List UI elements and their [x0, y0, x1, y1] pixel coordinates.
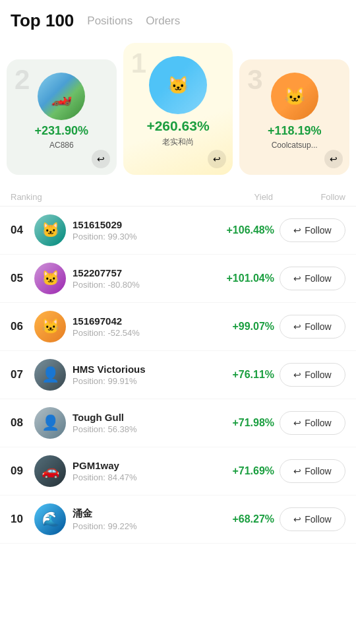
row-name: Tough Gull — [73, 412, 208, 423]
row-rank: 05 — [11, 272, 34, 285]
rank3-avatar-img: 🐱 — [271, 73, 318, 120]
row-position: Position: 99.22% — [73, 521, 208, 531]
row-rank: 08 — [11, 416, 34, 430]
rank1-name: 老实和尚 — [162, 137, 194, 148]
rank2-yield: +231.90% — [35, 124, 89, 138]
row-info: 151697042 Position: -52.54% — [73, 315, 208, 338]
rank1-avatar-img: 🐱 — [149, 56, 207, 114]
row-position: Position: 56.38% — [73, 424, 208, 434]
row-avatar: 🚗 — [34, 455, 66, 487]
row-info: PGM1way Position: 84.47% — [73, 460, 208, 482]
rank1-link-btn[interactable]: ↩ — [208, 150, 226, 168]
follow-button[interactable]: ↩ Follow — [280, 218, 345, 242]
trader-list: 04 🐱 151615029 Position: 99.30% +106.48%… — [0, 207, 356, 544]
row-name: 涌金 — [73, 507, 208, 520]
follow-icon: ↩ — [293, 466, 301, 476]
header: Top 100 Positions Orders — [0, 0, 356, 36]
follow-icon: ↩ — [293, 418, 301, 428]
row-name: 151615029 — [73, 219, 208, 230]
follow-button[interactable]: ↩ Follow — [280, 411, 345, 435]
row-position: Position: 99.30% — [73, 232, 208, 242]
row-yield: +71.69% — [208, 465, 274, 477]
table-row: 04 🐱 151615029 Position: 99.30% +106.48%… — [0, 207, 356, 255]
follow-label: Follow — [305, 321, 331, 332]
row-name: 152207757 — [73, 267, 208, 278]
row-avatar: 🐱 — [34, 311, 66, 342]
row-info: HMS Victorious Position: 99.91% — [73, 364, 208, 386]
rank1-yield: +260.63% — [146, 118, 209, 134]
th-yield: Yield — [207, 192, 273, 202]
rank2-avatar: 🏎️ — [38, 73, 85, 120]
nav-bar: Positions Orders — [87, 15, 180, 28]
follow-button[interactable]: ↩ Follow — [280, 459, 345, 483]
row-info: Tough Gull Position: 56.38% — [73, 412, 208, 434]
row-rank: 06 — [11, 320, 34, 333]
podium-rank2: 2 🏎️ +231.90% AC886 ↩ — [7, 59, 117, 175]
row-yield: +106.48% — [208, 224, 274, 236]
row-avatar: 👤 — [34, 359, 66, 391]
rank1-badge: 1 — [131, 49, 146, 77]
row-yield: +76.11% — [208, 369, 274, 381]
follow-icon: ↩ — [293, 514, 301, 525]
follow-button[interactable]: ↩ Follow — [280, 315, 345, 338]
rank3-yield: +118.19% — [268, 124, 322, 138]
row-name: 151697042 — [73, 315, 208, 327]
row-info: 152207757 Position: -80.80% — [73, 267, 208, 290]
rank2-avatar-img: 🏎️ — [38, 73, 85, 120]
table-row: 08 👤 Tough Gull Position: 56.38% +71.98%… — [0, 399, 356, 447]
page-title: Top 100 — [11, 11, 74, 31]
table-header: Ranking Yield Follow — [0, 188, 356, 207]
follow-label: Follow — [305, 370, 331, 380]
row-position: Position: -80.80% — [73, 280, 208, 290]
table-row: 09 🚗 PGM1way Position: 84.47% +71.69% ↩ … — [0, 447, 356, 496]
row-rank: 10 — [11, 513, 34, 526]
rank3-badge: 3 — [247, 66, 262, 94]
table-row: 10 🌊 涌金 Position: 99.22% +68.27% ↩ Follo… — [0, 496, 356, 544]
th-ranking: Ranking — [11, 192, 44, 202]
nav-orders[interactable]: Orders — [146, 15, 180, 28]
rank2-badge: 2 — [15, 66, 30, 94]
row-yield: +99.07% — [208, 321, 274, 333]
row-rank: 04 — [11, 224, 34, 237]
row-position: Position: 84.47% — [73, 472, 208, 482]
follow-icon: ↩ — [293, 273, 301, 284]
follow-label: Follow — [305, 466, 331, 476]
row-yield: +71.98% — [208, 417, 274, 429]
row-avatar: 🐱 — [34, 214, 66, 246]
follow-label: Follow — [305, 273, 331, 284]
row-position: Position: 99.91% — [73, 376, 208, 386]
rank2-link-btn[interactable]: ↩ — [92, 150, 110, 168]
rank1-avatar: 🐱 — [149, 56, 207, 114]
row-name: PGM1way — [73, 460, 208, 471]
follow-icon: ↩ — [293, 225, 301, 236]
podium-rank1: 1 🐱 +260.63% 老实和尚 ↩ — [123, 43, 233, 175]
row-info: 151615029 Position: 99.30% — [73, 219, 208, 242]
row-info: 涌金 Position: 99.22% — [73, 507, 208, 531]
row-avatar: 🌊 — [34, 503, 66, 535]
follow-icon: ↩ — [293, 370, 301, 380]
row-avatar: 🐱 — [34, 263, 66, 294]
rank3-name: Coolcatsup... — [272, 141, 318, 150]
podium-rank3: 3 🐱 +118.19% Coolcatsup... ↩ — [239, 59, 349, 175]
table-row: 06 🐱 151697042 Position: -52.54% +99.07%… — [0, 303, 356, 351]
row-name: HMS Victorious — [73, 364, 208, 375]
row-avatar: 👤 — [34, 407, 66, 439]
follow-icon: ↩ — [293, 321, 301, 332]
row-position: Position: -52.54% — [73, 328, 208, 338]
row-yield: +68.27% — [208, 513, 274, 525]
follow-label: Follow — [305, 514, 331, 525]
follow-button[interactable]: ↩ Follow — [280, 267, 345, 290]
row-rank: 09 — [11, 465, 34, 478]
rank2-name: AC886 — [49, 141, 74, 150]
table-row: 05 🐱 152207757 Position: -80.80% +101.04… — [0, 255, 356, 303]
rank3-link-btn[interactable]: ↩ — [324, 150, 343, 168]
nav-positions[interactable]: Positions — [87, 15, 133, 28]
row-rank: 07 — [11, 368, 34, 381]
table-row: 07 👤 HMS Victorious Position: 99.91% +76… — [0, 351, 356, 399]
follow-label: Follow — [305, 225, 331, 236]
follow-button[interactable]: ↩ Follow — [280, 507, 345, 531]
follow-button[interactable]: ↩ Follow — [280, 363, 345, 387]
th-follow: Follow — [273, 192, 345, 202]
row-yield: +101.04% — [208, 273, 274, 284]
follow-label: Follow — [305, 418, 331, 428]
